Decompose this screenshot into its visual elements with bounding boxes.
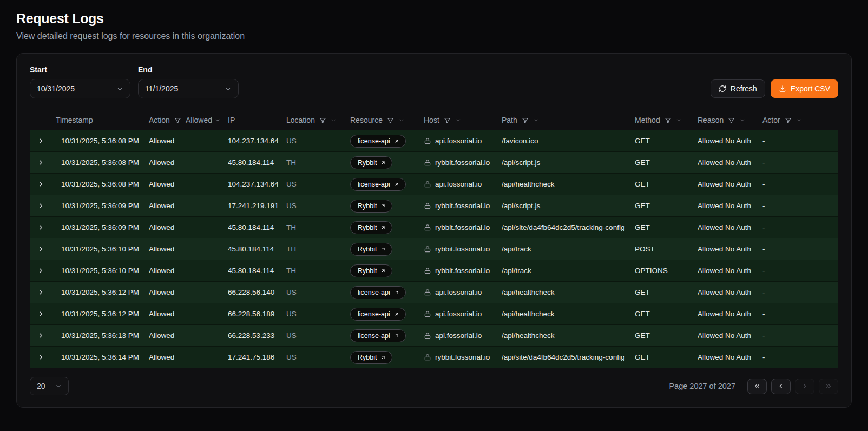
request-logs-card: Start 10/31/2025 End 11/1/2025 <box>16 53 852 408</box>
arrow-up-right-icon <box>380 355 386 360</box>
row-expand-button[interactable] <box>35 243 47 255</box>
chevron-down-icon[interactable] <box>331 117 337 123</box>
chevron-down-icon <box>215 117 221 123</box>
row-expand-button[interactable] <box>35 135 47 147</box>
row-reason: Allowed No Auth <box>698 288 762 296</box>
row-expand-button[interactable] <box>35 308 47 320</box>
table-row[interactable]: 10/31/2025, 5:36:09 PM Allowed 17.241.21… <box>30 195 838 217</box>
arrow-up-right-icon <box>394 138 399 144</box>
first-page-button[interactable] <box>747 379 767 394</box>
resource-badge[interactable]: Rybbit <box>350 200 392 213</box>
table-row[interactable]: 10/31/2025, 5:36:09 PM Allowed 45.80.184… <box>30 217 838 238</box>
table-row[interactable]: 10/31/2025, 5:36:08 PM Allowed 104.237.1… <box>30 130 838 152</box>
resource-badge[interactable]: Rybbit <box>350 243 392 256</box>
row-actor: - <box>762 158 838 167</box>
page-size-select[interactable]: 20 <box>30 377 69 395</box>
row-host: rybbit.fossorial.io <box>424 353 502 361</box>
table-row[interactable]: 10/31/2025, 5:36:12 PM Allowed 66.228.56… <box>30 303 838 325</box>
refresh-button-label: Refresh <box>731 84 757 93</box>
refresh-icon <box>719 85 726 92</box>
table-row[interactable]: 10/31/2025, 5:36:13 PM Allowed 66.228.53… <box>30 325 838 347</box>
start-date-select[interactable]: 10/31/2025 <box>30 79 130 98</box>
row-action: Allowed <box>149 202 228 210</box>
filter-icon[interactable] <box>522 117 529 124</box>
resource-badge[interactable]: license-api <box>350 329 406 342</box>
resource-badge-label: Rybbit <box>358 246 377 253</box>
resource-badge[interactable]: Rybbit <box>350 264 392 277</box>
resource-badge[interactable]: license-api <box>350 286 406 299</box>
end-date-select[interactable]: 11/1/2025 <box>138 79 239 98</box>
row-method: GET <box>635 158 698 167</box>
last-page-button[interactable] <box>819 379 838 394</box>
chevron-right-icon <box>37 288 45 296</box>
host-label: rybbit.fossorial.io <box>435 245 490 253</box>
row-expand-button[interactable] <box>35 351 47 363</box>
table-row[interactable]: 10/31/2025, 5:36:08 PM Allowed 45.80.184… <box>30 152 838 174</box>
table-row[interactable]: 10/31/2025, 5:36:12 PM Allowed 66.228.56… <box>30 282 838 303</box>
start-date-group: Start 10/31/2025 <box>30 65 130 98</box>
row-expand-button[interactable] <box>35 178 47 190</box>
page-header: Request Logs View detailed request logs … <box>0 0 868 41</box>
row-expand-button[interactable] <box>35 221 47 234</box>
lock-icon <box>424 332 431 340</box>
action-filter-value: Allowed <box>186 116 212 124</box>
arrow-up-right-icon <box>394 182 399 187</box>
start-date-label: Start <box>30 65 130 74</box>
chevron-down-icon[interactable] <box>739 117 745 123</box>
resource-badge[interactable]: license-api <box>350 308 406 321</box>
chevron-down-icon <box>225 85 232 92</box>
row-path: /api/healthcheck <box>502 180 635 188</box>
resource-badge-label: Rybbit <box>358 267 377 275</box>
filter-icon[interactable] <box>444 117 451 124</box>
row-host: rybbit.fossorial.io <box>424 202 502 210</box>
table-row[interactable]: 10/31/2025, 5:36:10 PM Allowed 45.80.184… <box>30 238 838 260</box>
row-expand-button[interactable] <box>35 286 47 299</box>
row-ip: 104.237.134.64 <box>228 180 286 188</box>
arrow-up-right-icon <box>380 247 386 252</box>
row-expand-button[interactable] <box>35 156 47 169</box>
resource-badge-label: Rybbit <box>358 224 377 231</box>
row-expand-button[interactable] <box>35 329 47 342</box>
chevron-down-icon[interactable] <box>796 117 802 123</box>
table-row[interactable]: 10/31/2025, 5:36:14 PM Allowed 17.241.75… <box>30 347 838 368</box>
next-page-button[interactable] <box>795 379 814 394</box>
resource-badge-label: license-api <box>358 310 390 318</box>
chevron-down-icon[interactable] <box>676 117 682 123</box>
filter-icon[interactable] <box>665 117 672 124</box>
row-host: rybbit.fossorial.io <box>424 245 502 253</box>
resource-badge[interactable]: license-api <box>350 178 406 191</box>
date-filters: Start 10/31/2025 End 11/1/2025 <box>30 65 239 98</box>
row-actor: - <box>762 331 838 340</box>
filter-icon[interactable] <box>319 117 326 124</box>
chevron-right-icon <box>37 202 45 210</box>
toolbar-actions: Refresh Export CSV <box>711 79 838 98</box>
resource-badge[interactable]: Rybbit <box>350 221 392 234</box>
export-csv-button-label: Export CSV <box>791 84 830 93</box>
filter-icon[interactable] <box>785 117 792 124</box>
row-expand-button[interactable] <box>35 264 47 277</box>
refresh-button[interactable]: Refresh <box>711 79 765 98</box>
chevron-right-icon <box>37 137 45 145</box>
row-action: Allowed <box>149 180 228 188</box>
table-row[interactable]: 10/31/2025, 5:36:10 PM Allowed 45.80.184… <box>30 260 838 282</box>
action-filter-dropdown[interactable]: Allowed <box>186 116 221 124</box>
resource-badge[interactable]: Rybbit <box>350 351 392 364</box>
row-reason: Allowed No Auth <box>698 310 762 318</box>
filter-icon[interactable] <box>728 117 735 124</box>
resource-badge[interactable]: license-api <box>350 135 406 148</box>
lock-icon <box>424 354 431 361</box>
table-row[interactable]: 10/31/2025, 5:36:08 PM Allowed 104.237.1… <box>30 174 838 195</box>
previous-page-button[interactable] <box>771 379 791 394</box>
chevron-down-icon[interactable] <box>533 117 539 123</box>
row-expand-button[interactable] <box>35 200 47 212</box>
row-ip: 45.80.184.114 <box>228 245 286 253</box>
filter-icon[interactable] <box>387 117 394 124</box>
row-host: api.fossorial.io <box>424 137 502 145</box>
export-csv-button[interactable]: Export CSV <box>771 79 838 98</box>
filter-icon[interactable] <box>174 117 181 124</box>
arrow-up-right-icon <box>394 290 399 295</box>
row-reason: Allowed No Auth <box>698 202 762 210</box>
resource-badge[interactable]: Rybbit <box>350 156 392 169</box>
chevron-down-icon[interactable] <box>398 117 404 123</box>
chevron-down-icon[interactable] <box>455 117 461 123</box>
